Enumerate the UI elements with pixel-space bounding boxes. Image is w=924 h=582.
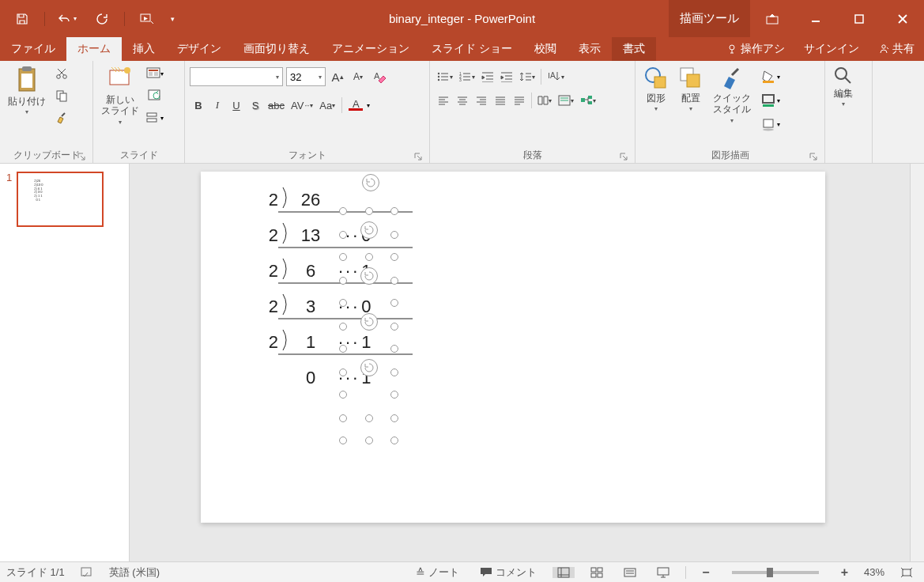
minimize-button[interactable] bbox=[794, 0, 837, 37]
fit-to-window-button[interactable] bbox=[896, 567, 918, 578]
new-slide-button[interactable]: 新しい スライド ▾ bbox=[98, 64, 142, 147]
font-color-button[interactable]: A bbox=[346, 96, 365, 115]
zoom-level[interactable]: 43% bbox=[864, 566, 884, 578]
shape-effects-button[interactable]: ▾ bbox=[757, 115, 784, 134]
rotate-handle-icon[interactable] bbox=[362, 174, 379, 191]
decrease-indent-button[interactable] bbox=[479, 67, 496, 86]
svg-rect-15 bbox=[149, 70, 158, 71]
shapes-button[interactable]: 図形▾ bbox=[640, 64, 672, 147]
tab-slideshow[interactable]: スライド ショー bbox=[421, 37, 523, 61]
share-button[interactable]: 共有 bbox=[869, 37, 924, 61]
language-indicator[interactable]: 英語 (米国) bbox=[109, 565, 160, 580]
reading-view-button[interactable] bbox=[619, 567, 641, 578]
decrease-font-button[interactable]: A▾ bbox=[349, 67, 367, 86]
signin-button[interactable]: サインイン bbox=[794, 37, 869, 61]
slide-editor[interactable]: 2 26 2 13 ···0 2 6 ···1 bbox=[130, 164, 910, 561]
vertical-scrollbar[interactable] bbox=[910, 164, 924, 561]
layout-button[interactable]: ▾ bbox=[145, 64, 164, 83]
undo-button[interactable]: ▾ bbox=[50, 0, 85, 37]
redo-button[interactable] bbox=[85, 0, 119, 37]
tab-design[interactable]: デザイン bbox=[166, 37, 232, 61]
maximize-button[interactable] bbox=[837, 0, 881, 37]
reset-button[interactable] bbox=[145, 86, 164, 105]
distributed-button[interactable] bbox=[511, 91, 528, 110]
font-name-combo[interactable]: ▾ bbox=[190, 67, 283, 86]
notes-button[interactable]: ≙ ノート bbox=[411, 565, 464, 580]
dialog-launcher-icon[interactable] bbox=[77, 152, 86, 161]
quick-styles-button[interactable]: クイック スタイル▾ bbox=[710, 64, 754, 147]
text-direction-button[interactable]: ⅠA▾ bbox=[545, 67, 567, 86]
tab-view[interactable]: 表示 bbox=[568, 37, 612, 61]
selection-overlay[interactable] bbox=[343, 191, 398, 444]
qat-customize-button[interactable]: ▾ bbox=[164, 0, 180, 37]
tab-format[interactable]: 書式 bbox=[612, 37, 656, 61]
format-painter-button[interactable] bbox=[52, 108, 71, 127]
increase-font-button[interactable]: A▴ bbox=[329, 67, 346, 86]
slideshow-view-button[interactable] bbox=[652, 567, 674, 578]
increase-indent-button[interactable] bbox=[498, 67, 515, 86]
bullets-button[interactable]: ▾ bbox=[435, 67, 455, 86]
smartart-button[interactable]: ▾ bbox=[578, 91, 598, 110]
slide-thumbnail[interactable]: 2)262)13 02) 6 12) 3 02) 1 1 0 1 bbox=[17, 172, 104, 227]
align-text-button[interactable]: ▾ bbox=[556, 91, 576, 110]
window-title: binary_integer - PowerPoint bbox=[389, 12, 535, 25]
tab-file[interactable]: ファイル bbox=[0, 37, 66, 61]
slide-canvas[interactable]: 2 26 2 13 ···0 2 6 ···1 bbox=[201, 172, 825, 523]
start-from-beginning-button[interactable] bbox=[130, 0, 164, 37]
font-color-dropdown[interactable]: ▾ bbox=[367, 102, 370, 109]
bold-button[interactable]: B bbox=[190, 96, 207, 115]
save-button[interactable] bbox=[5, 0, 40, 37]
copy-button[interactable] bbox=[52, 86, 71, 105]
underline-button[interactable]: U bbox=[228, 96, 245, 115]
rotate-handle-icon[interactable] bbox=[360, 313, 378, 331]
rotate-handle-icon[interactable] bbox=[360, 221, 378, 239]
strikethrough-button[interactable]: abc bbox=[266, 96, 287, 115]
comments-button[interactable]: コメント bbox=[475, 565, 541, 580]
paragraph-group-label: 段落 bbox=[435, 147, 630, 163]
font-group-label: フォント bbox=[190, 147, 424, 163]
layout-icon bbox=[146, 67, 160, 80]
zoom-slider[interactable] bbox=[732, 571, 819, 574]
tell-me-button[interactable]: 操作アシ bbox=[717, 37, 794, 61]
editing-button[interactable]: 編集▾ bbox=[830, 64, 857, 147]
tab-insert[interactable]: 挿入 bbox=[122, 37, 166, 61]
tab-transitions[interactable]: 画面切り替え bbox=[232, 37, 321, 61]
paste-button[interactable]: 貼り付け ▾ bbox=[5, 64, 49, 147]
rotate-handle-icon[interactable] bbox=[360, 267, 378, 285]
justify-button[interactable] bbox=[492, 91, 509, 110]
text-shadow-button[interactable]: S bbox=[247, 96, 264, 115]
normal-view-button[interactable] bbox=[553, 567, 575, 578]
copy-icon bbox=[55, 89, 68, 102]
tab-animations[interactable]: アニメーション bbox=[321, 37, 421, 61]
arrange-button[interactable]: 配置▾ bbox=[675, 64, 707, 147]
cut-button[interactable] bbox=[52, 64, 71, 83]
dialog-launcher-icon[interactable] bbox=[619, 152, 628, 161]
align-right-button[interactable] bbox=[473, 91, 490, 110]
char-spacing-button[interactable]: AV↔▾ bbox=[289, 96, 315, 115]
ribbon-display-options-button[interactable] bbox=[750, 0, 794, 37]
dialog-launcher-icon[interactable] bbox=[809, 152, 818, 161]
change-case-button[interactable]: Aa▾ bbox=[317, 96, 338, 115]
italic-button[interactable]: I bbox=[209, 96, 226, 115]
zoom-out-button[interactable]: − bbox=[697, 565, 714, 580]
shape-fill-button[interactable]: ▾ bbox=[757, 67, 784, 86]
spellcheck-button[interactable] bbox=[76, 567, 98, 578]
font-size-combo[interactable]: 32▾ bbox=[286, 67, 326, 86]
dialog-launcher-icon[interactable] bbox=[413, 152, 423, 161]
tab-review[interactable]: 校閲 bbox=[523, 37, 568, 61]
sorter-view-button[interactable] bbox=[586, 567, 608, 578]
clear-formatting-button[interactable]: A bbox=[370, 67, 389, 86]
columns-button[interactable]: ▾ bbox=[535, 91, 554, 110]
zoom-in-button[interactable]: + bbox=[836, 565, 853, 580]
slide-thumbnails-pane[interactable]: 1 2)262)13 02) 6 12) 3 02) 1 1 0 1 bbox=[0, 164, 130, 561]
slides-group-label: スライド bbox=[98, 147, 179, 163]
close-button[interactable] bbox=[881, 0, 924, 37]
shape-outline-button[interactable]: ▾ bbox=[757, 91, 784, 110]
rotate-handle-icon[interactable] bbox=[360, 359, 378, 376]
align-center-button[interactable] bbox=[454, 91, 471, 110]
section-button[interactable]: ▾ bbox=[145, 108, 164, 127]
line-spacing-button[interactable]: ▾ bbox=[517, 67, 537, 86]
numbering-button[interactable]: 123▾ bbox=[457, 67, 477, 86]
align-left-button[interactable] bbox=[435, 91, 452, 110]
tab-home[interactable]: ホーム bbox=[66, 37, 122, 61]
